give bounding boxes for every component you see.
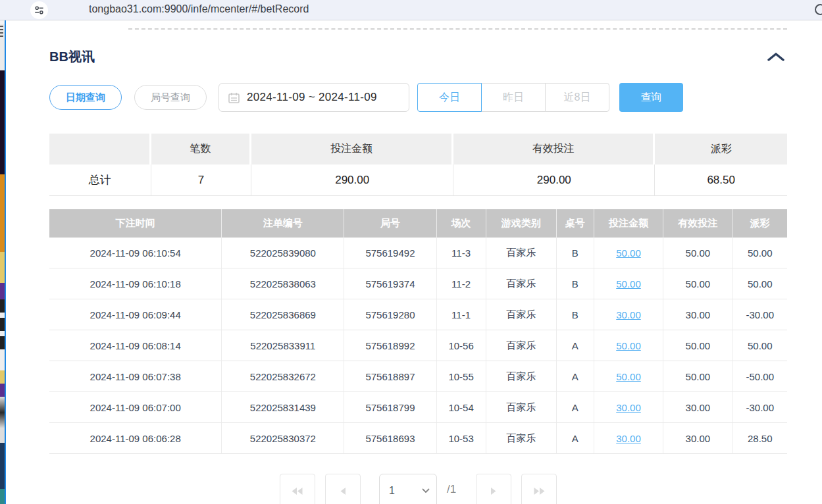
valid-bet-cell: 50.00 [663,330,732,361]
bet-time-cell: 2024-11-09 06:10:54 [49,238,222,268]
valid-bet-cell: 30.00 [663,392,732,423]
order-number-cell: 522025831439 [222,392,344,423]
summary-table: 笔数 投注金额 有效投注 派彩 总计 7 290.00 290.00 68.50 [49,134,787,196]
bet-amount-link[interactable]: 50.00 [616,278,641,290]
bet-amount-link[interactable]: 50.00 [616,247,641,259]
summary-total-valid: 290.00 [453,164,655,196]
bet-amount-cell: 30.00 [594,299,663,330]
bet-amount-cell: 30.00 [594,392,663,423]
session-cell: 10-55 [437,361,486,392]
search-button[interactable]: 查询 [619,83,683,112]
order-number-cell: 522025836869 [222,299,344,330]
game-type-cell: 百家乐 [486,299,557,330]
game-type-cell: 百家乐 [486,268,557,299]
table-number-cell: A [557,392,594,423]
payout-cell: 50.00 [733,238,787,268]
table-number-cell: A [557,330,594,361]
yesterday-button[interactable]: 昨日 [481,83,546,112]
game-type-cell: 百家乐 [486,238,557,268]
collapse-button[interactable] [766,50,786,64]
payout-cell: 28.50 [733,423,787,454]
round-query-tab[interactable]: 局号查询 [134,85,207,110]
valid-bet-cell: 30.00 [663,423,732,454]
prev-page-button[interactable] [325,474,361,504]
bet-amount-link[interactable]: 30.00 [616,433,641,444]
page-total-label: /1 [447,483,456,496]
pagination: 1 /1 [49,474,787,504]
last-page-button[interactable] [521,474,557,504]
bet-amount-link[interactable]: 50.00 [616,371,641,382]
today-button[interactable]: 今日 [417,83,482,112]
bet-record-table: 下注时间 注单编号 局号 场次 游戏类别 桌号 投注金额 有效投注 派彩 202… [49,209,787,454]
bet-amount-link[interactable]: 30.00 [616,402,641,413]
calendar-icon [228,92,240,103]
browser-edge-icon[interactable] [815,4,822,15]
arrow-right-icon [490,487,497,495]
browser-url-bar: tongbao31.com:9900/infe/mcenter/#/betRec… [0,0,822,20]
table-number-cell: B [557,299,594,330]
summary-header-payout: 派彩 [655,134,787,164]
first-page-button[interactable] [280,474,315,504]
dashed-divider [128,28,787,30]
session-cell: 11-3 [437,238,486,268]
order-number-cell: 522025838063 [222,268,344,299]
header-bet-amount: 投注金额 [594,209,663,238]
summary-total-bet: 290.00 [251,164,453,196]
double-arrow-right-icon [533,487,546,495]
table-number-cell: A [557,423,594,454]
summary-header-row: 笔数 投注金额 有效投注 派彩 [49,134,787,164]
round-number-cell: 575618799 [344,392,436,423]
summary-total-row: 总计 7 290.00 290.00 68.50 [49,164,787,196]
bet-time-cell: 2024-11-09 06:08:14 [49,330,222,361]
summary-header-valid-bet: 有效投注 [453,134,655,164]
date-query-tab[interactable]: 日期查询 [49,85,122,110]
summary-total-count: 7 [151,164,251,196]
date-query-label: 日期查询 [66,91,105,104]
bet-amount-cell: 50.00 [594,238,663,268]
order-number-cell: 522025832672 [222,361,344,392]
chevron-down-icon [422,488,430,493]
today-label: 今日 [439,91,460,105]
payout-cell: 50.00 [733,268,787,299]
game-type-cell: 百家乐 [486,392,557,423]
bet-time-cell: 2024-11-09 06:09:44 [49,299,222,330]
summary-header-count: 笔数 [151,134,251,164]
order-number-cell: 522025839080 [222,238,344,268]
header-table-number: 桌号 [557,209,594,238]
table-row: 2024-11-09 06:07:38522025832672575618897… [49,361,787,392]
session-cell: 11-2 [437,268,486,299]
site-info-button[interactable] [30,1,48,19]
page-title: BB视讯 [49,48,95,66]
order-number-cell: 522025830372 [222,423,344,454]
payout-cell: 50.00 [733,330,787,361]
bet-amount-link[interactable]: 50.00 [616,340,641,351]
table-row: 2024-11-09 06:09:44522025836869575619280… [49,299,787,330]
panel-title-row: BB视讯 [49,48,787,66]
bet-amount-link[interactable]: 30.00 [616,309,641,320]
header-valid-bet: 有效投注 [663,209,732,238]
background-grid-icon-fragment [0,26,3,38]
table-row: 2024-11-09 06:08:14522025833911575618992… [49,330,787,361]
round-number-cell: 575619280 [344,299,436,330]
summary-header-blank [49,134,151,164]
order-number-cell: 522025833911 [222,330,344,361]
last8days-button[interactable]: 近8日 [545,83,609,112]
table-number-cell: B [557,238,594,268]
summary-total-label: 总计 [49,164,151,196]
table-row: 2024-11-09 06:10:54522025839080575619492… [49,238,787,268]
date-range-picker[interactable]: 2024-11-09 ~ 2024-11-09 [218,83,409,112]
bet-time-cell: 2024-11-09 06:10:18 [49,268,222,299]
table-number-cell: B [557,268,594,299]
table-header-row: 下注时间 注单编号 局号 场次 游戏类别 桌号 投注金额 有效投注 派彩 [49,209,787,238]
header-session: 场次 [437,209,486,238]
double-arrow-left-icon [291,487,303,495]
header-payout: 派彩 [733,209,787,238]
address-url[interactable]: tongbao31.com:9900/infe/mcenter/#/betRec… [89,3,309,15]
page-select[interactable]: 1 [379,474,437,504]
last8days-label: 近8日 [564,91,591,105]
round-number-cell: 575619492 [344,238,436,268]
next-page-button[interactable] [476,474,511,504]
round-number-cell: 575618693 [344,423,436,454]
background-page-sliver [0,20,5,504]
payout-cell: -30.00 [733,299,787,330]
